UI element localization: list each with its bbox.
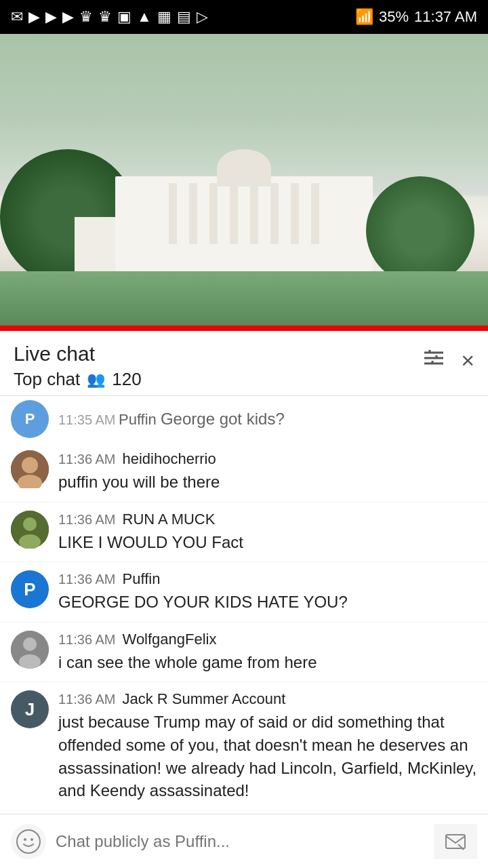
status-bar: ✉ ▶ ▶ ▶ ♛ ♛ ▣ ▲ ▦ ▤ ▷ 📶 35% 11:37 AM bbox=[0, 0, 488, 34]
message-body: 11:36 AM RUN A MUCK LIKE I WOULD YOU Fac… bbox=[58, 511, 477, 554]
message-body: 11:36 AM WolfgangFelix i can see the who… bbox=[58, 631, 477, 674]
avatar: P bbox=[11, 570, 49, 608]
youtube-accent-bar bbox=[0, 326, 488, 331]
avatar: P bbox=[11, 400, 49, 438]
emoji-button[interactable] bbox=[11, 824, 46, 859]
list-item: P 11:36 AM Puffin GEORGE DO YOUR KIDS HA… bbox=[0, 562, 488, 623]
chat-input-bar bbox=[0, 814, 488, 868]
message-meta: 11:36 AM RUN A MUCK bbox=[58, 511, 477, 528]
message-time: 11:36 AM bbox=[58, 452, 116, 467]
svg-point-17 bbox=[30, 838, 33, 841]
trees-right bbox=[366, 176, 474, 285]
message-time: 11:36 AM bbox=[58, 692, 116, 707]
top-chat-label: Top chat bbox=[14, 369, 80, 390]
chat-header: Live chat Top chat 👥 120 × bbox=[0, 331, 488, 396]
list-item: P 11:35 AM Puffin George got kids? bbox=[0, 396, 488, 442]
message-author: Puffin bbox=[119, 411, 161, 428]
chat-subtitle: Top chat 👥 120 bbox=[14, 369, 142, 390]
message-time: 11:36 AM bbox=[58, 512, 116, 528]
message-meta: 11:36 AM Jack R Summer Account bbox=[58, 690, 477, 708]
chat-input[interactable] bbox=[56, 824, 424, 859]
lawn bbox=[0, 271, 488, 326]
play-icon: ▷ bbox=[197, 8, 208, 26]
svg-point-15 bbox=[17, 830, 40, 853]
video-player[interactable] bbox=[0, 34, 488, 326]
chat-title: Live chat bbox=[14, 342, 142, 366]
viewer-count: 120 bbox=[112, 369, 141, 390]
message-time: 11:36 AM bbox=[58, 572, 116, 587]
close-icon[interactable]: × bbox=[461, 347, 474, 374]
svg-point-7 bbox=[22, 457, 38, 473]
battery-text: 35% bbox=[379, 8, 409, 26]
status-right: 📶 35% 11:37 AM bbox=[355, 8, 477, 26]
chat-header-actions: × bbox=[423, 347, 474, 374]
message-author: heidihocherrio bbox=[123, 450, 216, 468]
message-text: just because Trump may of said or did so… bbox=[58, 711, 477, 802]
svg-point-14 bbox=[19, 654, 41, 669]
list-item: J 11:36 AM Jack R Summer Account just be… bbox=[0, 682, 488, 810]
avatar: J bbox=[11, 690, 49, 728]
message-meta: 11:36 AM Puffin bbox=[58, 570, 477, 588]
time-display: 11:37 AM bbox=[414, 8, 477, 26]
calendar-icon: ▤ bbox=[177, 8, 191, 26]
warning-icon: ▲ bbox=[137, 8, 152, 26]
list-item: 11:36 AM WolfgangFelix i can see the who… bbox=[0, 623, 488, 683]
avatar bbox=[11, 450, 49, 488]
status-icons: ✉ ▶ ▶ ▶ ♛ ♛ ▣ ▲ ▦ ▤ ▷ bbox=[11, 8, 208, 26]
message-body: 11:36 AM Puffin GEORGE DO YOUR KIDS HATE… bbox=[58, 570, 477, 614]
svg-rect-18 bbox=[446, 835, 465, 848]
media-icon2: ▶ bbox=[45, 8, 57, 26]
crown-icon2: ♛ bbox=[98, 8, 112, 26]
svg-point-11 bbox=[19, 534, 41, 549]
avatar bbox=[11, 511, 49, 549]
message-author: Puffin bbox=[123, 570, 161, 588]
message-text: George got kids? bbox=[161, 410, 285, 428]
send-button[interactable] bbox=[434, 824, 477, 859]
list-item: 11:36 AM heidihocherrio puffin you will … bbox=[0, 442, 488, 502]
svg-point-16 bbox=[24, 838, 26, 841]
message-text: LIKE I WOULD YOU Fact bbox=[58, 531, 477, 554]
notification-icon: ✉ bbox=[11, 8, 23, 26]
message-meta: 11:36 AM heidihocherrio bbox=[58, 450, 477, 468]
message-author: RUN A MUCK bbox=[123, 511, 216, 528]
message-text: i can see the whole game from here bbox=[58, 651, 477, 674]
people-icon: 👥 bbox=[87, 371, 105, 389]
message-time: 11:35 AM bbox=[58, 412, 116, 427]
list-item: 11:36 AM RUN A MUCK LIKE I WOULD YOU Fac… bbox=[0, 502, 488, 563]
wifi-icon: 📶 bbox=[355, 8, 373, 26]
message-body: 11:36 AM Jack R Summer Account just beca… bbox=[58, 690, 477, 802]
message-author: Jack R Summer Account bbox=[123, 690, 286, 708]
svg-point-13 bbox=[23, 637, 37, 651]
filter-icon[interactable] bbox=[423, 349, 445, 372]
avatar bbox=[11, 631, 49, 669]
message-body: 11:36 AM heidihocherrio puffin you will … bbox=[58, 450, 477, 494]
chat-messages: P 11:35 AM Puffin George got kids? 11:36… bbox=[0, 396, 488, 868]
image-icon: ▦ bbox=[157, 8, 171, 26]
message-time: 11:36 AM bbox=[58, 632, 116, 648]
folder-icon: ▣ bbox=[117, 8, 131, 26]
chat-header-info: Live chat Top chat 👥 120 bbox=[14, 342, 142, 390]
media-icon: ▶ bbox=[28, 8, 40, 26]
message-text: puffin you will be there bbox=[58, 471, 477, 494]
message-text: GEORGE DO YOUR KIDS HATE YOU? bbox=[58, 591, 477, 614]
crown-icon: ♛ bbox=[79, 8, 93, 26]
message-meta: 11:36 AM WolfgangFelix bbox=[58, 631, 477, 648]
message-author: WolfgangFelix bbox=[123, 631, 217, 648]
svg-point-10 bbox=[23, 517, 37, 531]
whitehouse bbox=[75, 136, 413, 271]
message-body: 11:35 AM Puffin George got kids? bbox=[58, 410, 477, 429]
media-icon3: ▶ bbox=[62, 8, 74, 26]
